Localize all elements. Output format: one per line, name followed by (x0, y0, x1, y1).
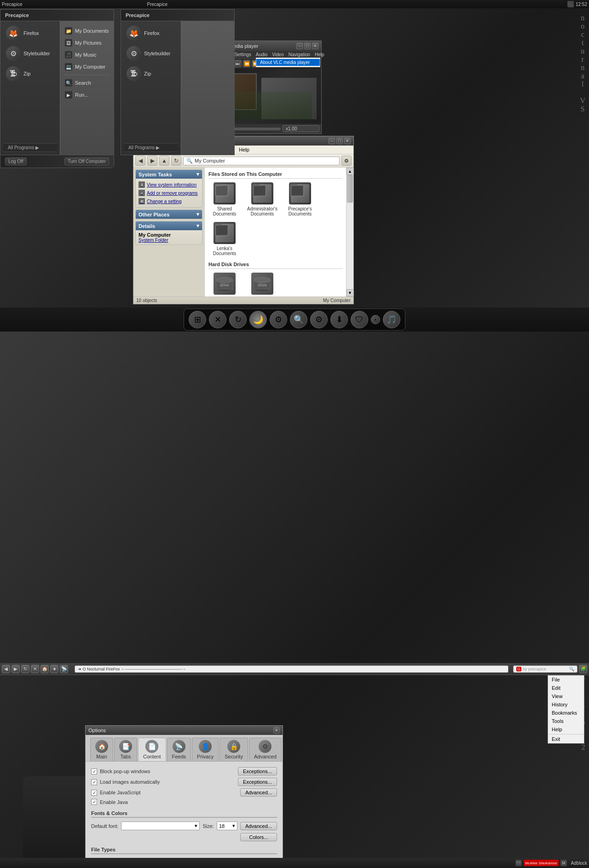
ff-forward-button[interactable]: ▶ (12, 665, 20, 673)
all-programs-bar-right2[interactable]: All Programs ▶ (124, 143, 178, 152)
load-images-exceptions-button[interactable]: Exceptions... (238, 778, 277, 786)
ff-menu-help[interactable]: Help (548, 725, 584, 734)
vlc-menu-video[interactable]: Video (272, 52, 283, 57)
start-button-1[interactable]: Precapice (2, 2, 22, 7)
mc-menu-help[interactable]: Help (237, 146, 251, 153)
vlc-rw-button[interactable]: ⏪ (243, 60, 250, 67)
mc-forward-button[interactable]: ▶ (147, 156, 157, 166)
shared-documents-item[interactable]: Shared Documents (208, 182, 241, 216)
precapice-documents-item[interactable]: Precapice's Documents (284, 182, 316, 216)
other-places-header[interactable]: Other Places ▾ (136, 210, 202, 219)
thinks-god-drive-item[interactable]: drive <-- Thinks he's God (D:) (246, 273, 278, 297)
options-tab-advanced[interactable]: ⚙ Advanced (249, 738, 282, 761)
all-programs-bar-left[interactable]: All Programs ▶ (3, 143, 57, 152)
mc-settings-button[interactable]: ⚙ (341, 156, 352, 166)
ff-rss-button[interactable]: 📡 (60, 665, 68, 673)
system-tasks-header[interactable]: System Tasks ▾ (136, 170, 202, 179)
options-tab-security[interactable]: 🔒 Security (219, 738, 248, 761)
ff-back-button[interactable]: ◀ (2, 665, 10, 673)
ff-menu-edit[interactable]: Edit (548, 684, 584, 692)
vlc-speed-control[interactable]: x1.00 (283, 125, 319, 132)
dock-search-icon[interactable]: 🔍 (290, 311, 307, 328)
size-select-dropdown[interactable]: 18 ▾ (217, 821, 237, 830)
firefox-searchbar[interactable]: G by precapice 🔍 (513, 665, 577, 673)
change-setting-item[interactable]: ⚙ Change a setting (139, 197, 199, 205)
options-tab-feeds[interactable]: 📡 Feeds (167, 738, 191, 761)
start-button-2[interactable]: Precapice (147, 2, 167, 7)
vlc-menu-navigation[interactable]: Navigation (289, 52, 310, 57)
vlc-close-button[interactable]: ✕ (312, 43, 318, 49)
view-system-info-item[interactable]: ℹ View system information (139, 181, 199, 189)
mc-refresh-button[interactable]: ↻ (171, 156, 181, 166)
my-documents-item[interactable]: 📁 My Documents (60, 25, 114, 37)
ff-menu-view[interactable]: View (548, 692, 584, 700)
dock-refresh-icon[interactable]: ↻ (229, 311, 247, 328)
mycomputer-maximize-button[interactable]: □ (336, 138, 343, 144)
app-firefox-left[interactable]: 🦊 Firefox (3, 24, 57, 42)
ff-stop-button[interactable]: ✕ (31, 665, 39, 673)
vlc-minimize-button[interactable]: − (296, 43, 303, 49)
scroll-up-button[interactable]: ▲ (346, 168, 354, 175)
dock-settings-icon[interactable]: ⚙ (310, 311, 328, 328)
options-close-button[interactable]: ✕ (273, 727, 280, 734)
mc-address-bar[interactable]: 🔍 My Computer (183, 157, 340, 165)
run-item[interactable]: ▶ Run... (60, 89, 114, 101)
ff-reload-button[interactable]: ↻ (21, 665, 29, 673)
details-subtitle[interactable]: System Folder (139, 238, 199, 243)
ff-menu-exit[interactable]: Exit (548, 735, 584, 743)
mc-back-button[interactable]: ◀ (135, 156, 145, 166)
my-music-item[interactable]: 🎵 My Music (60, 49, 114, 61)
ff-menu-bookmarks[interactable]: Bookmarks (548, 709, 584, 717)
mc-up-button[interactable]: ▲ (159, 156, 169, 166)
dock-music-icon[interactable]: 🎵 (383, 311, 400, 328)
dock-close-icon[interactable]: ✕ (209, 311, 226, 328)
search-item[interactable]: 🔍 Search (60, 77, 114, 89)
dock-shield-icon[interactable]: 🛡 (351, 311, 368, 328)
options-tab-privacy[interactable]: 👤 Privacy (192, 738, 219, 761)
administrator-documents-item[interactable]: Administrator's Documents (246, 182, 278, 216)
load-images-checkbox[interactable]: ✓ (91, 779, 97, 785)
scroll-down-button[interactable]: ▼ (346, 289, 354, 297)
ff-addon-button[interactable]: 🧩 (579, 665, 587, 673)
options-tab-main[interactable]: 🏠 Main (90, 738, 113, 761)
enable-javascript-checkbox[interactable]: ✓ (91, 790, 97, 796)
vlc-menu-audio[interactable]: Audio (256, 52, 268, 57)
ff-menu-tools[interactable]: Tools (548, 717, 584, 725)
options-tab-content[interactable]: 📄 Content (138, 738, 166, 761)
app-zip-left[interactable]: 🗜 Zip (3, 64, 57, 83)
vlc-maximize-button[interactable]: □ (304, 43, 311, 49)
ff-menu-history[interactable]: History (548, 700, 584, 709)
block-popups-checkbox[interactable]: ✓ (91, 769, 97, 775)
firefox-urlbar[interactable]: ➜ O Nocturnal FireFox ←-----------------… (75, 665, 508, 673)
javascript-advanced-button[interactable]: Advanced... (240, 788, 277, 797)
font-select-dropdown[interactable]: ▾ (121, 821, 200, 830)
turn-off-button[interactable]: Turn Off Computer (64, 157, 109, 165)
vlc-menu-help[interactable]: Help (315, 52, 324, 57)
vlc-menu-settings[interactable]: Settings (235, 52, 251, 57)
mycomputer-close-button[interactable]: ✕ (344, 138, 351, 144)
ff-menu-file[interactable]: File (548, 676, 584, 684)
lenka-documents-item[interactable]: Lenka's Documents (208, 222, 241, 256)
app-zip-right2[interactable]: 🗜 Zip (124, 64, 178, 83)
dock-dot-icon[interactable]: • (371, 315, 380, 324)
my-pictures-item[interactable]: 🖼 My Pictures (60, 37, 114, 49)
dock-start-icon[interactable]: ⊞ (189, 311, 206, 328)
block-popups-exceptions-button[interactable]: Exceptions... (238, 767, 277, 775)
log-off-button[interactable]: Log Off (5, 157, 27, 165)
app-firefox-right2[interactable]: 🦊 Firefox (124, 24, 178, 42)
colors-button[interactable]: Colors... (240, 833, 277, 841)
scroll-thumb[interactable] (347, 175, 353, 203)
dock-cpu-icon[interactable]: ⚙ (270, 311, 287, 328)
ff-bookmark-button[interactable]: ★ (50, 665, 58, 673)
dock-download-icon[interactable]: ⬇ (330, 311, 348, 328)
app-stylebuilder-left[interactable]: ⚙ Stylebuilder (3, 44, 57, 63)
details-header[interactable]: Details ▾ (136, 221, 202, 230)
mycomputer-minimize-button[interactable]: − (329, 138, 335, 144)
vlc-next-button[interactable]: ⏭ (234, 60, 242, 67)
app-stylebuilder-right2[interactable]: ⚙ Stylebuilder (124, 44, 178, 63)
vlc-about-item[interactable]: About VLC media player (256, 59, 320, 66)
fonts-advanced-button[interactable]: Advanced... (240, 822, 277, 830)
windows-c-drive-item[interactable]: drive Windows (C:) (208, 273, 241, 297)
enable-java-checkbox[interactable]: ✓ (91, 799, 97, 805)
options-tab-tabs[interactable]: 📑 Tabs (114, 738, 137, 761)
